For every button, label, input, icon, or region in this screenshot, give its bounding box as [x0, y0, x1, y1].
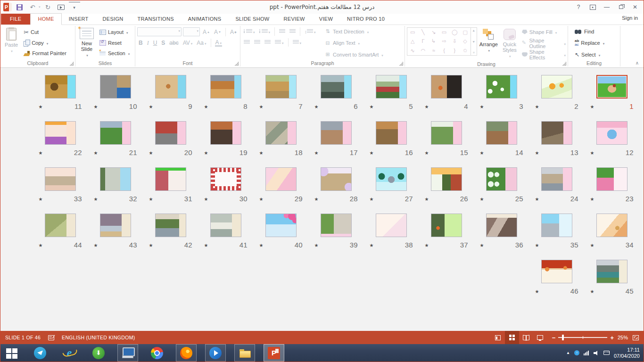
columns-button[interactable]: [291, 38, 303, 47]
slide-41[interactable]: 41: [198, 214, 253, 260]
shape-11[interactable]: ⇩: [453, 39, 457, 44]
slide-thumbnail[interactable]: [265, 121, 297, 145]
slide-25[interactable]: 25: [474, 167, 529, 214]
align-center-button[interactable]: [253, 38, 262, 47]
slide-thumbnail[interactable]: [541, 75, 572, 99]
align-left-button[interactable]: [242, 38, 251, 47]
slide-thumbnail[interactable]: [431, 214, 462, 237]
shape-outline-button[interactable]: Shape Outline: [522, 39, 566, 48]
strikethrough-button[interactable]: abc: [168, 39, 180, 47]
slide-thumbnail[interactable]: [45, 121, 76, 145]
slide-thumbnail[interactable]: [210, 75, 241, 99]
slide-43[interactable]: 43: [88, 214, 143, 260]
tab-animations[interactable]: ANIMATIONS: [181, 14, 229, 25]
slide-thumbnail[interactable]: [431, 75, 462, 99]
slide-4[interactable]: 4: [419, 75, 474, 121]
slide-thumbnail[interactable]: [321, 214, 352, 237]
shape-5[interactable]: ◯: [452, 30, 457, 35]
font-size-combobox[interactable]: [183, 27, 200, 36]
slide-thumbnail[interactable]: [596, 260, 627, 283]
slide-14[interactable]: 14: [474, 121, 529, 167]
show-hidden-icons-button[interactable]: ▲: [566, 351, 570, 355]
cut-button[interactable]: Cut: [22, 27, 68, 37]
shape-fill-button[interactable]: Shape Fill: [522, 27, 566, 36]
fit-to-window-button[interactable]: [633, 335, 639, 340]
start-from-beginning-button[interactable]: [56, 2, 67, 12]
slide-thumbnail[interactable]: [376, 75, 407, 99]
slide-thumbnail[interactable]: [596, 75, 627, 99]
slide-42[interactable]: 42: [143, 214, 198, 260]
slide-11[interactable]: 11: [33, 75, 88, 121]
slide-thumbnail[interactable]: [486, 214, 517, 237]
convert-to-smartart-button[interactable]: ⊞Convert to SmartArt: [324, 50, 383, 59]
slide-24[interactable]: 24: [529, 167, 584, 214]
zoom-out-button[interactable]: −: [552, 334, 556, 341]
slide-17[interactable]: 17: [308, 121, 363, 167]
shape-9[interactable]: ↳: [431, 39, 436, 44]
slide-28[interactable]: 28: [308, 167, 363, 214]
slide-27[interactable]: 27: [363, 167, 419, 214]
tab-nitro-pro-10[interactable]: NITRO PRO 10: [340, 14, 392, 25]
network-icon[interactable]: [584, 351, 589, 355]
slide-3[interactable]: 3: [474, 75, 529, 121]
zoom-level[interactable]: 25%: [618, 335, 628, 340]
align-text-button[interactable]: ⊟Align Text: [324, 39, 383, 48]
shape-2[interactable]: ╲: [421, 30, 425, 35]
slide-thumbnail[interactable]: [431, 121, 462, 145]
layout-button[interactable]: Layout: [98, 27, 131, 37]
slide-29[interactable]: 29: [253, 167, 308, 214]
bullets-button[interactable]: [242, 27, 256, 36]
character-spacing-button[interactable]: AV: [182, 39, 194, 47]
slide-40[interactable]: 40: [253, 214, 308, 260]
shape-8[interactable]: Γ: [421, 39, 424, 44]
slide-23[interactable]: 23: [584, 167, 639, 214]
slide-21[interactable]: 21: [88, 121, 143, 167]
bold-button[interactable]: B: [137, 39, 144, 47]
underline-button[interactable]: U: [152, 39, 159, 47]
slide-35[interactable]: 35: [529, 214, 584, 260]
shape-12[interactable]: ◇: [463, 39, 467, 44]
undo-button[interactable]: [27, 2, 38, 12]
app-internet-explorer[interactable]: e: [59, 344, 80, 362]
slide-thumbnail[interactable]: [321, 75, 352, 99]
slide-thumbnail[interactable]: [596, 121, 627, 145]
clear-formatting-button[interactable]: A◆: [229, 28, 238, 36]
zoom-in-button[interactable]: +: [610, 334, 614, 341]
volume-icon[interactable]: [594, 351, 599, 355]
slide-16[interactable]: 16: [363, 121, 419, 167]
slide-32[interactable]: 32: [88, 167, 143, 214]
slide-thumbnail[interactable]: [596, 167, 627, 191]
app-remote-desktop[interactable]: [117, 344, 138, 362]
shapes-gallery-scroll[interactable]: ▲▼≡: [471, 28, 477, 55]
app-chrome[interactable]: [147, 344, 167, 362]
slide-13[interactable]: 13: [529, 121, 584, 167]
tab-transitions[interactable]: TRANSITIONS: [131, 14, 181, 25]
slide-thumbnail[interactable]: [376, 121, 407, 145]
slide-1[interactable]: 1: [584, 75, 639, 121]
slide-26[interactable]: 26: [419, 167, 474, 214]
app-firefox[interactable]: [176, 344, 197, 362]
slide-10[interactable]: 10: [88, 75, 143, 121]
app-file-explorer[interactable]: [234, 344, 255, 362]
slide-thumbnail[interactable]: [210, 167, 241, 191]
slide-thumbnail[interactable]: [321, 167, 352, 191]
slide-thumbnail[interactable]: [45, 167, 76, 191]
shape-15[interactable]: ≈: [432, 48, 435, 53]
powerpoint-app-icon[interactable]: P: [3, 3, 12, 11]
slide-22[interactable]: 22: [33, 121, 88, 167]
app-media-player[interactable]: [205, 344, 226, 362]
slide-6[interactable]: 6: [308, 75, 363, 121]
slide-7[interactable]: 7: [253, 75, 308, 121]
zoom-slider[interactable]: [558, 337, 607, 338]
slide-thumbnail[interactable]: [100, 167, 131, 191]
slide-thumbnail[interactable]: [100, 75, 131, 99]
reset-button[interactable]: Reset: [98, 38, 131, 48]
app-download-manager[interactable]: [88, 344, 109, 362]
tab-view[interactable]: VIEW: [312, 14, 340, 25]
slide-19[interactable]: 19: [198, 121, 253, 167]
italic-button[interactable]: I: [146, 39, 150, 47]
slide-18[interactable]: 18: [253, 121, 308, 167]
arrange-button[interactable]: Arrange: [477, 26, 500, 61]
slide-34[interactable]: 34: [584, 214, 639, 260]
increase-font-size-button[interactable]: A▲: [201, 28, 211, 36]
